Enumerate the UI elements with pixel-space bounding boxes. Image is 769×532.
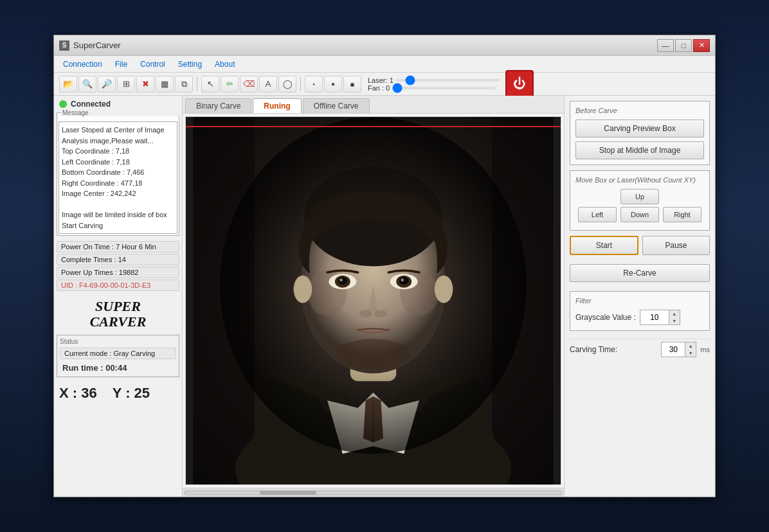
- before-carve-title: Before Carve: [575, 107, 704, 114]
- carving-time-input[interactable]: [662, 342, 685, 357]
- fan-row: Fan : 0: [368, 84, 499, 92]
- ms-label: ms: [700, 346, 710, 353]
- status-group: Status Current mode : Gray Carving Run t…: [57, 335, 179, 377]
- right-button[interactable]: Right: [663, 207, 701, 222]
- zoom-in-button[interactable]: 🔍: [78, 76, 96, 93]
- down-button[interactable]: Down: [620, 207, 659, 222]
- message-line-4: Left Coordinate : 7,18: [62, 157, 174, 168]
- title-bar-controls: — □ ✕: [657, 39, 710, 52]
- grayscale-down-button[interactable]: ▼: [669, 317, 680, 324]
- message-line-6: Right Coordinate : 477,18: [62, 178, 174, 189]
- open-button[interactable]: 📂: [59, 76, 77, 93]
- move-box-group: Move Box or Laser(Without Count XY) Up L…: [570, 170, 710, 231]
- pen-button[interactable]: ✏: [221, 76, 239, 93]
- message-line-2: Analysis image,Please wait...: [62, 136, 174, 146]
- message-line-9: Image will be limited inside of box: [62, 209, 174, 220]
- message-line-1: Laser Stoped at Center of Image: [62, 125, 174, 136]
- menu-file[interactable]: File: [109, 58, 134, 70]
- carving-time-down-button[interactable]: ▼: [685, 350, 696, 357]
- message-line-8: [62, 199, 174, 210]
- stop-middle-button[interactable]: Stop at Middle of Image: [575, 141, 704, 159]
- menu-control[interactable]: Control: [134, 58, 172, 70]
- fan-slider[interactable]: [392, 87, 495, 89]
- grayscale-up-button[interactable]: ▲: [669, 310, 680, 317]
- filter-group: Filter Grayscale Value : ▲ ▼: [570, 291, 710, 331]
- current-mode-display: Current mode : Gray Carving: [60, 348, 176, 359]
- message-line-7: Image Center : 242,242: [62, 188, 174, 199]
- toolbar: 📂 🔍 🔎 ⊞ ✖ ▦ ⧉ ↖ ✏ ⌫ A ◯ ● ● ● Laser: 1 F…: [54, 73, 715, 96]
- maximize-button[interactable]: □: [675, 39, 692, 52]
- message-box[interactable]: Laser Stoped at Center of Image Analysis…: [59, 121, 177, 234]
- laser-slider[interactable]: [396, 79, 499, 82]
- title-bar-left: S SuperCarver: [59, 40, 121, 51]
- carving-time-spinners: ▲ ▼: [685, 342, 696, 357]
- fit-button[interactable]: ⊞: [117, 76, 135, 93]
- carving-preview-button[interactable]: Carving Preview Box: [575, 120, 704, 137]
- power-up-times: Power Up Times : 19882: [57, 267, 179, 278]
- canvas-area[interactable]: [185, 116, 561, 485]
- grayscale-input[interactable]: [640, 310, 669, 324]
- menu-connection[interactable]: Connection: [57, 58, 109, 70]
- zoom-out-button[interactable]: 🔎: [98, 76, 116, 93]
- left-panel: Connected Message Laser Stoped at Center…: [54, 96, 183, 497]
- status-group-title: Status: [60, 338, 176, 345]
- right-panel: Before Carve Carving Preview Box Stop at…: [564, 96, 715, 497]
- run-time-display: Run time : 00:44: [60, 362, 176, 374]
- cursor-button[interactable]: ↖: [201, 76, 219, 93]
- connected-label: Connected: [71, 100, 111, 109]
- tab-binary-carve[interactable]: Binary Carve: [185, 98, 251, 113]
- dot-large-button[interactable]: ●: [343, 76, 361, 93]
- before-carve-group: Before Carve Carving Preview Box Stop at…: [570, 101, 710, 165]
- tab-offline-carve[interactable]: Offline Carve: [303, 98, 370, 113]
- left-button[interactable]: Left: [578, 207, 617, 222]
- portrait-container: [186, 117, 561, 484]
- eraser-button[interactable]: ⌫: [240, 76, 258, 93]
- tab-runing[interactable]: Runing: [253, 98, 301, 113]
- filter-title: Filter: [575, 297, 704, 305]
- minimize-button[interactable]: —: [657, 39, 674, 52]
- carving-time-up-button[interactable]: ▲: [685, 342, 696, 350]
- menu-bar: Connection File Control Setting About: [54, 56, 715, 73]
- message-group: Message Laser Stoped at Center of Image …: [57, 112, 179, 236]
- carving-time-label: Carving Time:: [570, 345, 657, 354]
- move-box-title: Move Box or Laser(Without Count XY): [575, 176, 704, 184]
- laser-control: Laser: 1 Fan : 0: [368, 76, 499, 92]
- layers-button[interactable]: ⧉: [175, 76, 193, 93]
- complete-times: Complete Times : 14: [57, 254, 179, 265]
- carving-time-input-wrap: ▲ ▼: [661, 342, 696, 357]
- horizontal-scrollbar[interactable]: [183, 488, 564, 497]
- menu-about[interactable]: About: [208, 58, 241, 70]
- scroll-thumb[interactable]: [260, 491, 316, 495]
- pause-button[interactable]: Pause: [642, 236, 710, 255]
- uid-display: UID : F4-69-00-00-01-3D-E3: [57, 279, 179, 291]
- text-button[interactable]: A: [259, 76, 277, 93]
- dot-medium-button[interactable]: ●: [324, 76, 342, 93]
- center-panel: Binary Carve Runing Offline Carve: [183, 96, 564, 497]
- scroll-track[interactable]: [184, 490, 563, 495]
- cancel-button[interactable]: ✖: [136, 76, 154, 93]
- toolbar-separator: [197, 77, 197, 91]
- y-position: Y : 25: [113, 385, 150, 401]
- laser-label: Laser: 1: [368, 76, 394, 84]
- message-line-10: Start Carving: [62, 220, 174, 231]
- message-line-5: Bottom Coordinate : 7,466: [62, 167, 174, 178]
- recarve-button[interactable]: Re-Carve: [570, 264, 710, 282]
- power-button[interactable]: ⏻: [505, 70, 534, 98]
- close-button[interactable]: ✕: [693, 39, 710, 52]
- dot-small-button[interactable]: ●: [305, 76, 323, 93]
- up-button[interactable]: Up: [620, 189, 659, 204]
- svg-point-23: [220, 117, 527, 454]
- fan-label: Fan : 0: [368, 84, 390, 92]
- toolbar-separator2: [300, 77, 301, 91]
- circle-button[interactable]: ◯: [278, 76, 296, 93]
- brand-logo: Super CarVer: [57, 294, 179, 332]
- message-line-3: Top Coordinate : 7,18: [62, 146, 174, 157]
- window-title: SuperCarver: [73, 40, 121, 50]
- grid-button[interactable]: ▦: [156, 76, 174, 93]
- carving-time-row: Carving Time: ▲ ▼ ms: [570, 339, 710, 360]
- connected-indicator: [59, 100, 67, 108]
- power-on-time: Power On Time : 7 Hour 6 Min: [57, 241, 179, 253]
- start-button[interactable]: Start: [570, 236, 638, 255]
- main-window: S SuperCarver — □ ✕ Connection File Cont…: [53, 35, 716, 497]
- menu-setting[interactable]: Setting: [172, 58, 208, 70]
